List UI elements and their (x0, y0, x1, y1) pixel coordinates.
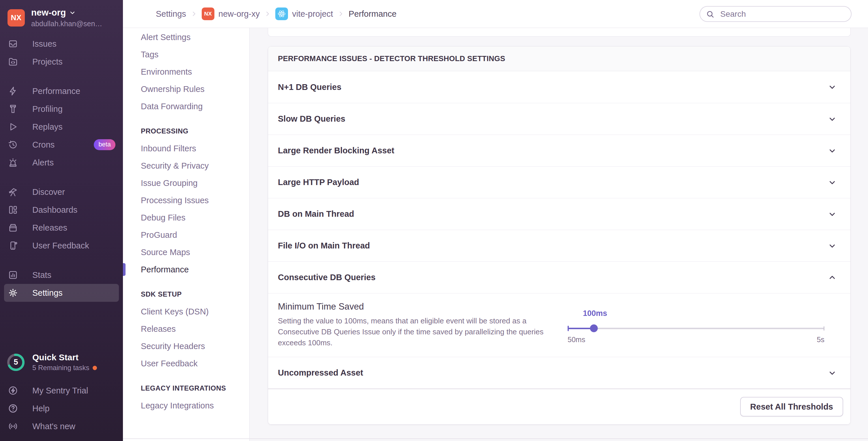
settings-nav-item-data-forwarding[interactable]: Data Forwarding (123, 98, 249, 115)
settings-nav-item-alert-settings[interactable]: Alert Settings (123, 29, 249, 46)
chevron-down-icon (828, 83, 837, 91)
breadcrumb-separator-icon (191, 11, 197, 17)
settings-nav-item-debug-files[interactable]: Debug Files (123, 209, 249, 226)
page-bottom-divider (123, 438, 868, 439)
settings-nav-item-security-headers[interactable]: Security Headers (123, 338, 249, 355)
settings-nav-section-processing: PROCESSING (123, 123, 249, 140)
help-icon (7, 403, 19, 414)
org-switcher[interactable]: NX new-org abdullah.khan@sen… (0, 0, 123, 34)
sidebar-footer-links: My Sentry Trial Help What's new (0, 377, 123, 441)
topbar: SettingsNXnew-org-xy vite-projectPerform… (123, 0, 868, 28)
breadcrumb-separator-icon (264, 11, 271, 17)
settings-nav-item-proguard[interactable]: ProGuard (123, 226, 249, 243)
chevron-down-icon (828, 210, 837, 218)
settings-nav-item-security-privacy[interactable]: Security & Privacy (123, 157, 249, 174)
settings-nav-item-releases[interactable]: Releases (123, 320, 249, 338)
settings-nav-item-legacy-integrations[interactable]: Legacy Integrations (123, 397, 249, 414)
detector-row-file-i-o-on-main-thread[interactable]: File I/O on Main Thread (268, 230, 850, 262)
breadcrumb: SettingsNXnew-org-xy vite-projectPerform… (156, 7, 397, 20)
detector-row-large-http-payload[interactable]: Large HTTP Payload (268, 166, 850, 198)
search-input[interactable] (700, 6, 851, 22)
detector-threshold-card: PERFORMANCE ISSUES - DETECTOR THRESHOLD … (268, 46, 851, 425)
settings-nav-item-processing-issues[interactable]: Processing Issues (123, 192, 249, 209)
sidebar-item-discover[interactable]: Discover (4, 183, 119, 201)
sidebar-item-stats[interactable]: Stats (4, 266, 119, 284)
settings-nav-item-inbound-filters[interactable]: Inbound Filters (123, 140, 249, 157)
detector-rows-after: Uncompressed Asset (268, 357, 850, 388)
settings-nav-item-environments[interactable]: Environments (123, 63, 249, 80)
sidebar-item-what-s-new[interactable]: What's new (4, 417, 119, 435)
sidebar-item-crons[interactable]: Cronsbeta (4, 136, 119, 154)
sidebar-item-my-sentry-trial[interactable]: My Sentry Trial (4, 382, 119, 400)
quick-start-count: 5 (6, 353, 25, 372)
reset-all-thresholds-button[interactable]: Reset All Thresholds (740, 397, 843, 416)
settings-nav-item-client-keys-dsn[interactable]: Client Keys (DSN) (123, 303, 249, 320)
detector-row-uncompressed-asset[interactable]: Uncompressed Asset (268, 357, 850, 388)
slider-min-tick (568, 326, 569, 331)
projects-icon (7, 56, 19, 67)
card-footer: Reset All Thresholds (268, 388, 850, 424)
quick-start-item[interactable]: 5 Quick Start 5 Remaining tasks (0, 347, 123, 377)
breadcrumb-separator-icon (338, 11, 344, 17)
crons-icon (7, 139, 19, 150)
settings-nav-item-source-maps[interactable]: Source Maps (123, 243, 249, 261)
detector-row-n-1-db-queries[interactable]: N+1 DB Queries (268, 71, 850, 103)
detector-row-large-render-blocking-asset[interactable]: Large Render Blocking Asset (268, 135, 850, 166)
performance-icon (7, 86, 19, 97)
stats-icon (7, 270, 19, 280)
org-avatar: NX (7, 9, 25, 27)
chevron-up-icon (828, 273, 837, 282)
settings-nav-item-tags[interactable]: Tags (123, 46, 249, 63)
profiling-icon (7, 103, 19, 114)
sidebar-item-profiling[interactable]: Profiling (4, 100, 119, 118)
sidebar-item-projects[interactable]: Projects (4, 53, 119, 71)
detector-row-slow-db-queries[interactable]: Slow DB Queries (268, 103, 850, 135)
slider-value-label: 100ms (583, 309, 607, 318)
previous-card-bottom-edge (268, 28, 851, 37)
chevron-down-icon (828, 178, 837, 187)
org-badge: NX (202, 7, 214, 20)
sidebar-item-releases[interactable]: Releases (4, 219, 119, 237)
slider-thumb[interactable] (590, 325, 598, 332)
trial-icon (7, 385, 19, 396)
settings-nav-section-legacy-integrations: LEGACY INTEGRATIONS (123, 380, 249, 397)
quick-start-title: Quick Start (32, 352, 97, 362)
org-email: abdullah.khan@sen… (31, 20, 102, 28)
settings-nav-item-user-feedback[interactable]: User Feedback (123, 355, 249, 372)
threshold-description: Setting the value to 100ms, means that a… (278, 315, 564, 348)
settings-icon (7, 287, 19, 298)
card-header-title: PERFORMANCE ISSUES - DETECTOR THRESHOLD … (268, 46, 850, 71)
sidebar-item-issues[interactable]: Issues (4, 35, 119, 53)
threshold-slider[interactable]: 100ms 50ms 5s (568, 302, 825, 348)
settings-nav-item-ownership-rules[interactable]: Ownership Rules (123, 80, 249, 98)
breadcrumb-vite-project[interactable]: vite-project (275, 7, 333, 20)
breadcrumb-new-org-xy[interactable]: NXnew-org-xy (202, 7, 260, 20)
settings-nav-item-issue-grouping[interactable]: Issue Grouping (123, 174, 249, 192)
quick-start-subtitle: 5 Remaining tasks (32, 364, 89, 372)
chevron-down-icon (828, 146, 837, 155)
slider-track[interactable] (568, 328, 825, 329)
settings-nav-item-performance[interactable]: Performance (123, 261, 249, 278)
sidebar-item-alerts[interactable]: Alerts (4, 154, 119, 171)
breadcrumb-performance[interactable]: Performance (349, 9, 397, 19)
slider-max-tick (824, 326, 825, 331)
sidebar-item-user-feedback[interactable]: User Feedback (4, 237, 119, 255)
chevron-down-icon (828, 115, 837, 123)
discover-icon (7, 186, 19, 198)
threshold-title: Minimum Time Saved (278, 302, 564, 312)
sidebar-item-performance[interactable]: Performance (4, 82, 119, 100)
sidebar-item-dashboards[interactable]: Dashboards (4, 201, 119, 219)
sidebar-item-replays[interactable]: Replays (4, 118, 119, 136)
detector-row-consecutive-db-queries[interactable]: Consecutive DB Queries (268, 262, 850, 293)
sidebar-item-settings[interactable]: Settings (4, 284, 119, 302)
breadcrumb-settings[interactable]: Settings (156, 9, 186, 19)
settings-nav-section-sdk-setup: SDK SETUP (123, 286, 249, 303)
sidebar-item-help[interactable]: Help (4, 400, 119, 417)
detector-row-db-on-main-thread[interactable]: DB on Main Thread (268, 198, 850, 230)
org-name: new-org (31, 7, 66, 18)
app-sidebar: NX new-org abdullah.khan@sen… Issues Pro… (0, 0, 123, 441)
releases-icon (7, 222, 19, 233)
dashboards-icon (7, 204, 19, 215)
alerts-icon (7, 157, 19, 168)
notification-dot (93, 366, 97, 370)
